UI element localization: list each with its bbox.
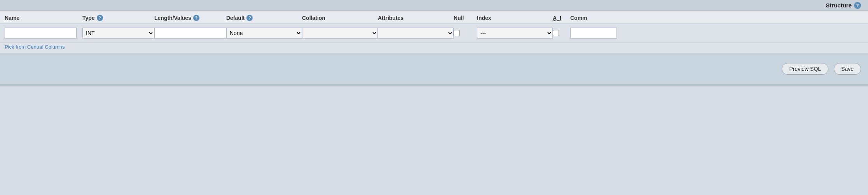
field-collation-cell: utf8_general_ci utf8mb4_general_ci latin…	[302, 28, 378, 39]
field-index-select[interactable]: --- PRIMARY UNIQUE INDEX FULLTEXT	[477, 28, 553, 39]
field-collation-select[interactable]: utf8_general_ci utf8mb4_general_ci latin…	[302, 28, 378, 39]
header-default: Default ?	[226, 15, 302, 21]
field-name-cell	[5, 28, 82, 39]
table-header: Name Type ? Length/Values ? Default ? Co…	[0, 11, 868, 24]
pick-from-central-columns-link[interactable]: Pick from Central Columns	[5, 44, 65, 50]
field-null-checkbox[interactable]	[454, 30, 460, 36]
field-null-cell	[454, 30, 477, 36]
header-null: Null	[454, 15, 477, 21]
header-length: Length/Values ?	[154, 15, 226, 21]
header-attributes: Attributes	[378, 15, 454, 21]
field-attributes-select[interactable]: BINARY UNSIGNED UNSIGNED ZEROFILL on upd…	[378, 28, 454, 39]
default-help-icon[interactable]: ?	[246, 15, 253, 21]
field-length-cell	[154, 28, 226, 39]
field-index-cell: --- PRIMARY UNIQUE INDEX FULLTEXT	[477, 28, 553, 39]
header-collation: Collation	[302, 15, 378, 21]
help-icon[interactable]: ?	[854, 2, 861, 9]
field-comments-cell	[570, 28, 863, 39]
preview-sql-button[interactable]: Preview SQL	[782, 63, 828, 75]
pick-link-row: Pick from Central Columns	[0, 43, 868, 53]
field-default-cell: None As defined: NULL CURRENT_TIMESTAMP	[226, 28, 302, 39]
header-ai: A_I	[553, 15, 570, 21]
field-type-select[interactable]: INT VARCHAR TEXT TINYINT SMALLINT MEDIUM…	[82, 28, 154, 39]
header-comments: Comm	[570, 15, 587, 21]
field-type-cell: INT VARCHAR TEXT TINYINT SMALLINT MEDIUM…	[82, 28, 154, 39]
field-form-row: INT VARCHAR TEXT TINYINT SMALLINT MEDIUM…	[0, 24, 868, 43]
footer-bar: Preview SQL Save	[0, 53, 868, 84]
header-type: Type ?	[82, 15, 154, 21]
field-name-input[interactable]	[5, 28, 77, 39]
page-title: Structure	[826, 2, 852, 9]
field-attributes-cell: BINARY UNSIGNED UNSIGNED ZEROFILL on upd…	[378, 28, 454, 39]
header-index: Index	[477, 15, 553, 21]
field-ai-cell	[553, 30, 570, 36]
save-button[interactable]: Save	[834, 63, 861, 75]
length-help-icon[interactable]: ?	[193, 15, 199, 21]
field-default-select[interactable]: None As defined: NULL CURRENT_TIMESTAMP	[226, 28, 302, 39]
field-comments-input[interactable]	[570, 28, 617, 39]
header-name: Name	[5, 15, 82, 21]
bottom-border	[0, 84, 868, 86]
type-help-icon[interactable]: ?	[97, 15, 103, 21]
field-ai-checkbox[interactable]	[553, 30, 559, 36]
top-bar: Structure ?	[0, 0, 868, 11]
field-length-input[interactable]	[154, 28, 226, 39]
